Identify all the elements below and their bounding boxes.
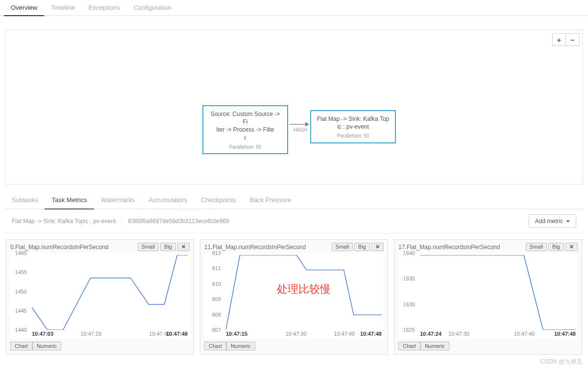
y-axis-labels: 14601455145014451440 bbox=[10, 253, 30, 330]
chart-0: 14601455145014451440 10:47:0310:47:2010:… bbox=[10, 253, 190, 339]
tab-accumulators[interactable]: Accumulators bbox=[142, 191, 194, 208]
chart-1: 812811810809808807 处理比较慢 10:47:1510:47:3… bbox=[204, 253, 384, 339]
operator-name: Flat Map -> Sink: Kafka Topic : pv-event bbox=[12, 218, 116, 225]
metric-title: 17.Flat_Map.numRecordsInPerSecond bbox=[398, 244, 500, 251]
main-tabs: Overview Timeline Exceptions Configurati… bbox=[0, 0, 588, 16]
graph-node-source-title: Source: Custom Source -> Fi lter -> Proc… bbox=[208, 110, 282, 142]
size-small-button[interactable]: Small bbox=[138, 243, 159, 251]
view-numeric-button[interactable]: Numeric bbox=[420, 342, 449, 350]
metric-panel-2: 17.Flat_Map.numRecordsInPerSecond Small … bbox=[394, 239, 582, 355]
metric-panel-1: 11.Flat_Map.numRecordsInPerSecond Small … bbox=[200, 239, 388, 355]
tab-overview[interactable]: Overview bbox=[4, 0, 44, 16]
size-small-button[interactable]: Small bbox=[332, 243, 353, 251]
graph-node-source[interactable]: Source: Custom Source -> Fi lter -> Proc… bbox=[202, 105, 288, 154]
y-axis-labels: 812811810809808807 bbox=[204, 253, 224, 330]
graph-node-source-parallelism: Parallelism: 50 bbox=[208, 144, 282, 151]
metric-title: 11.Flat_Map.numRecordsInPerSecond bbox=[204, 244, 306, 251]
chart-2: 1640163516301625 10:47:2410:47:3010:47:4… bbox=[398, 253, 578, 339]
tab-configuration[interactable]: Configuration bbox=[126, 0, 178, 15]
tab-exceptions[interactable]: Exceptions bbox=[82, 0, 127, 15]
svg-marker-1 bbox=[305, 122, 309, 127]
x-axis-labels: 10:47:2410:47:3010:47:4010:47:48 bbox=[420, 331, 576, 339]
tab-back-pressure[interactable]: Back Pressure bbox=[243, 191, 298, 208]
graph-node-sink[interactable]: Flat Map -> Sink: Kafka Top ic : pv-even… bbox=[310, 110, 396, 143]
view-chart-button[interactable]: Chart bbox=[10, 342, 32, 350]
metric-panels: 0.Flat_Map.numRecordsInPerSecond Small B… bbox=[0, 233, 588, 355]
close-panel-button[interactable]: ✕ bbox=[371, 243, 384, 251]
size-small-button[interactable]: Small bbox=[526, 243, 547, 251]
graph-node-sink-parallelism: Parallelism: 50 bbox=[316, 133, 390, 139]
caret-down-icon bbox=[566, 220, 570, 223]
details-tabs: Subtasks Task Metrics Watermarks Accumul… bbox=[5, 191, 583, 209]
operator-meta-row: Flat Map -> Sink: Kafka Topic : pv-event… bbox=[5, 209, 583, 233]
tab-watermarks[interactable]: Watermarks bbox=[94, 191, 142, 208]
x-axis-labels: 10:47:0310:47:2010:47:4010:47:48 bbox=[32, 331, 188, 339]
size-big-button[interactable]: Big bbox=[548, 243, 564, 251]
metric-panel-0: 0.Flat_Map.numRecordsInPerSecond Small B… bbox=[6, 239, 194, 355]
add-metric-button[interactable]: Add metric bbox=[529, 214, 576, 228]
graph-edge-label: HASH bbox=[294, 127, 307, 133]
x-axis-labels: 10:47:1510:47:3010:47:4010:47:48 bbox=[226, 331, 382, 339]
view-chart-button[interactable]: Chart bbox=[398, 342, 420, 350]
tab-task-metrics[interactable]: Task Metrics bbox=[45, 191, 94, 209]
graph-edge-arrow bbox=[290, 121, 308, 127]
close-panel-button[interactable]: ✕ bbox=[177, 243, 190, 251]
size-big-button[interactable]: Big bbox=[160, 243, 176, 251]
tab-subtasks[interactable]: Subtasks bbox=[5, 191, 45, 208]
job-graph-container: + − Source: Custom Source -> Fi lter -> … bbox=[5, 30, 583, 184]
view-numeric-button[interactable]: Numeric bbox=[32, 342, 61, 350]
view-chart-button[interactable]: Chart bbox=[204, 342, 226, 350]
y-axis-labels: 1640163516301625 bbox=[398, 253, 418, 330]
operator-id: 8385f8a9697de59d3b3113ecefb3e969 bbox=[128, 218, 229, 225]
graph-node-sink-title: Flat Map -> Sink: Kafka Top ic : pv-even… bbox=[316, 115, 390, 131]
metric-title: 0.Flat_Map.numRecordsInPerSecond bbox=[10, 244, 109, 251]
size-big-button[interactable]: Big bbox=[354, 243, 370, 251]
close-panel-button[interactable]: ✕ bbox=[565, 243, 578, 251]
view-numeric-button[interactable]: Numeric bbox=[226, 342, 255, 350]
tab-checkpoints[interactable]: Checkpoints bbox=[194, 191, 243, 208]
tab-timeline[interactable]: Timeline bbox=[44, 0, 82, 15]
